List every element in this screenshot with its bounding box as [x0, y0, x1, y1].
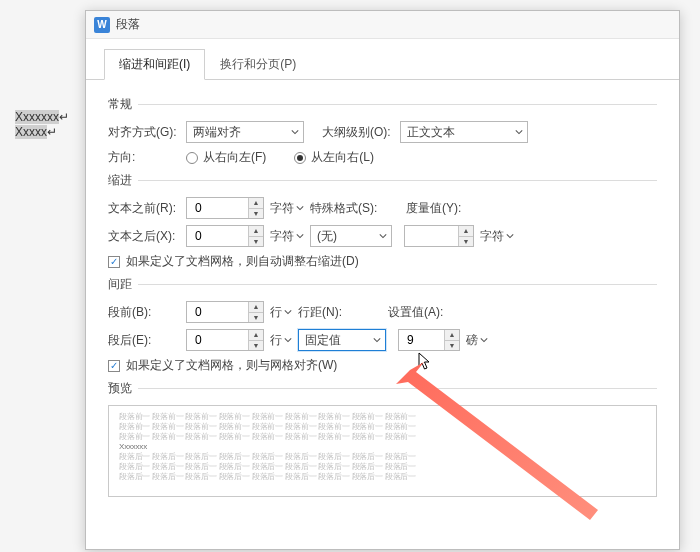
checkbox-snap-to-grid-label: 如果定义了文档网格，则与网格对齐(W) [126, 357, 337, 374]
paragraph-dialog: W 段落 缩进和间距(I) 换行和分页(P) 常规 对齐方式(G): 两端对齐 … [85, 10, 680, 550]
radio-ltr-label: 从左向右(L) [311, 149, 374, 166]
label-line-spacing: 行距(N): [298, 304, 358, 321]
chevron-down-icon [480, 336, 488, 344]
space-before-spinner[interactable]: ▲▼ [186, 301, 264, 323]
label-alignment: 对齐方式(G): [108, 124, 186, 141]
spin-up-icon[interactable]: ▲ [459, 226, 473, 237]
preview-box: 段落前一 段落前一 段落前一 段落前一 段落前一 段落前一 段落前一 段落前一 … [108, 405, 657, 497]
unit-line-dropdown[interactable]: 行 [270, 304, 292, 321]
label-outline-level: 大纲级别(O): [322, 124, 400, 141]
chevron-down-icon [296, 232, 304, 240]
label-measure-value: 度量值(Y): [406, 200, 476, 217]
label-special-format: 特殊格式(S): [310, 200, 388, 217]
label-indent-after: 文本之后(X): [108, 228, 186, 245]
indent-before-spinner[interactable]: ▲▼ [186, 197, 264, 219]
indent-after-spinner[interactable]: ▲▼ [186, 225, 264, 247]
chevron-down-icon [284, 308, 292, 316]
section-general: 常规 [108, 96, 657, 113]
dialog-tabs: 缩进和间距(I) 换行和分页(P) [86, 39, 679, 80]
label-set-value: 设置值(A): [388, 304, 458, 321]
chevron-down-icon [379, 232, 387, 240]
dialog-title: 段落 [116, 16, 140, 33]
chevron-down-icon [373, 336, 381, 344]
measure-value-spinner[interactable]: ▲▼ [404, 225, 474, 247]
tab-line-page-breaks[interactable]: 换行和分页(P) [205, 49, 311, 79]
dialog-titlebar[interactable]: W 段落 [86, 11, 679, 39]
chevron-down-icon [284, 336, 292, 344]
radio-rtl-label: 从右向左(F) [203, 149, 266, 166]
unit-point-dropdown[interactable]: 磅 [466, 332, 488, 349]
chevron-down-icon [296, 204, 304, 212]
radio-rtl[interactable] [186, 152, 198, 164]
set-value-spinner[interactable]: ▲▼ [398, 329, 460, 351]
label-indent-before: 文本之前(R): [108, 200, 186, 217]
radio-ltr[interactable] [294, 152, 306, 164]
spin-up-icon[interactable]: ▲ [249, 198, 263, 209]
special-format-combo[interactable]: (无) [310, 225, 392, 247]
spin-up-icon[interactable]: ▲ [445, 330, 459, 341]
tab-indent-spacing[interactable]: 缩进和间距(I) [104, 49, 205, 80]
section-preview: 预览 [108, 380, 657, 397]
section-indent: 缩进 [108, 172, 657, 189]
cursor-icon [418, 352, 432, 372]
space-after-spinner[interactable]: ▲▼ [186, 329, 264, 351]
spin-down-icon[interactable]: ▼ [249, 313, 263, 323]
spin-up-icon[interactable]: ▲ [249, 330, 263, 341]
spin-down-icon[interactable]: ▼ [249, 209, 263, 219]
spin-down-icon[interactable]: ▼ [249, 341, 263, 351]
chevron-down-icon [506, 232, 514, 240]
spin-down-icon[interactable]: ▼ [459, 237, 473, 247]
line-spacing-combo[interactable]: 固定值 [298, 329, 386, 351]
unit-line-dropdown[interactable]: 行 [270, 332, 292, 349]
label-direction: 方向: [108, 149, 186, 166]
spin-up-icon[interactable]: ▲ [249, 302, 263, 313]
chevron-down-icon [291, 128, 299, 136]
unit-char-dropdown[interactable]: 字符 [270, 200, 304, 217]
label-space-after: 段后(E): [108, 332, 186, 349]
background-document-text: Xxxxxxx↵ Xxxxx↵ [15, 110, 69, 140]
spin-down-icon[interactable]: ▼ [249, 237, 263, 247]
chevron-down-icon [515, 128, 523, 136]
checkbox-snap-to-grid[interactable]: ✓ [108, 360, 120, 372]
spin-up-icon[interactable]: ▲ [249, 226, 263, 237]
unit-char-dropdown[interactable]: 字符 [480, 228, 514, 245]
checkbox-auto-adjust-indent-label: 如果定义了文档网格，则自动调整右缩进(D) [126, 253, 359, 270]
label-space-before: 段前(B): [108, 304, 186, 321]
app-icon: W [94, 17, 110, 33]
section-spacing: 间距 [108, 276, 657, 293]
spin-down-icon[interactable]: ▼ [445, 341, 459, 351]
unit-char-dropdown[interactable]: 字符 [270, 228, 304, 245]
outline-level-combo[interactable]: 正文文本 [400, 121, 528, 143]
checkbox-auto-adjust-indent[interactable]: ✓ [108, 256, 120, 268]
alignment-combo[interactable]: 两端对齐 [186, 121, 304, 143]
